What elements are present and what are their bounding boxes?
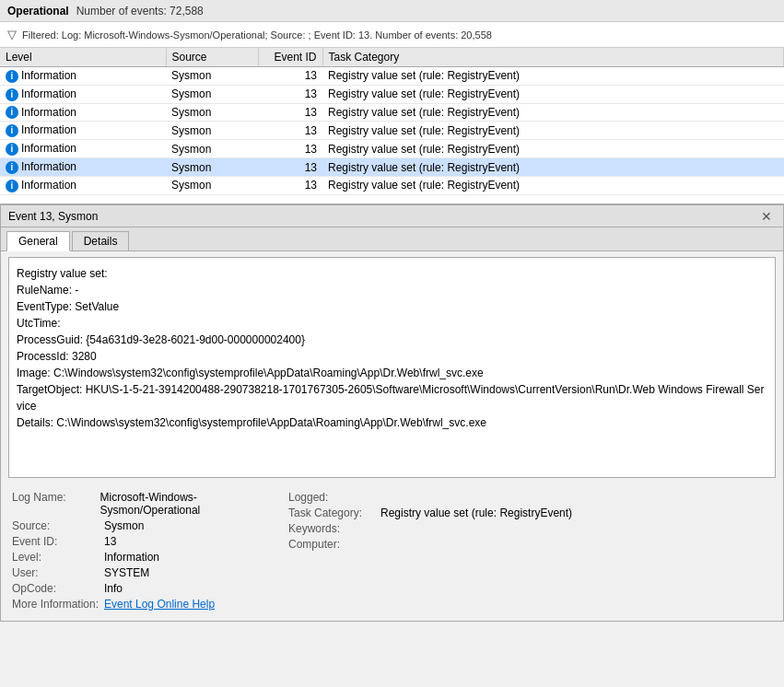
detail-title: Event 13, Sysmon <box>8 210 98 223</box>
eventid-value: 13 <box>104 535 116 548</box>
table-row[interactable]: iInformationSysmon13Registry value set (… <box>0 158 784 177</box>
info-icon: i <box>6 70 18 83</box>
detail-panel: Event 13, Sysmon ✕ General Details Regis… <box>0 204 784 622</box>
cell-source: Sysmon <box>166 176 258 194</box>
taskcategory-value: Registry value set (rule: RegistryEvent) <box>380 507 572 519</box>
general-content-box: Registry value set: RuleName: - EventTyp… <box>8 257 776 478</box>
filter-text: Filtered: Log: Microsoft-Windows-Sysmon/… <box>22 29 492 41</box>
close-button[interactable]: ✕ <box>757 210 776 223</box>
title-bar: Operational Number of events: 72,588 <box>0 0 784 22</box>
meta-level-row: Level: Information <box>12 551 288 564</box>
opcode-label: OpCode: <box>12 582 104 595</box>
cell-level: iInformation <box>0 158 166 177</box>
logname-label: Log Name: <box>12 491 100 517</box>
cell-level: iInformation <box>0 103 166 122</box>
cell-task: Registry value set (rule: RegistryEvent) <box>322 122 784 140</box>
cell-level: iInformation <box>0 176 166 194</box>
filter-bar: ▽ Filtered: Log: Microsoft-Windows-Sysmo… <box>0 22 784 48</box>
opcode-value: Info <box>104 582 123 595</box>
detail-title-bar: Event 13, Sysmon ✕ <box>1 205 783 227</box>
col-source-header[interactable]: Source <box>166 48 258 67</box>
meta-logname-row: Log Name: Microsoft-Windows-Sysmon/Opera… <box>12 491 288 517</box>
meta-left: Log Name: Microsoft-Windows-Sysmon/Opera… <box>12 491 288 613</box>
meta-taskcategory-row: Task Category: Registry value set (rule:… <box>288 507 772 519</box>
cell-source: Sysmon <box>166 103 258 122</box>
events-table: Level Source Event ID Task Category iInf… <box>0 48 784 195</box>
col-eventid-header[interactable]: Event ID <box>258 48 322 67</box>
col-task-header[interactable]: Task Category <box>322 48 784 67</box>
meta-keywords-row: Keywords: <box>288 522 772 535</box>
cell-source: Sysmon <box>166 122 258 140</box>
detail-tabs: General Details <box>1 227 783 251</box>
info-icon: i <box>6 88 18 101</box>
event-log-online-help-link[interactable]: Event Log Online Help <box>104 598 215 611</box>
cell-source: Sysmon <box>166 85 258 103</box>
table-row[interactable]: iInformationSysmon13Registry value set (… <box>0 122 784 140</box>
info-icon: i <box>6 106 18 119</box>
cell-source: Sysmon <box>166 67 258 86</box>
user-value: SYSTEM <box>104 566 149 579</box>
keywords-label: Keywords: <box>288 522 380 535</box>
table-row[interactable]: iInformationSysmon13Registry value set (… <box>0 176 784 194</box>
cell-source: Sysmon <box>166 140 258 158</box>
table-row[interactable]: iInformationSysmon13Registry value set (… <box>0 67 784 86</box>
table-row[interactable]: iInformationSysmon13Registry value set (… <box>0 103 784 122</box>
level-value: Information <box>104 551 159 564</box>
source-label: Source: <box>12 519 104 532</box>
logged-label: Logged: <box>288 491 380 504</box>
cell-eventid: 13 <box>258 85 322 103</box>
tab-details[interactable]: Details <box>72 231 130 250</box>
cell-level: iInformation <box>0 67 166 86</box>
meta-moreinfo-row: More Information: Event Log Online Help <box>12 598 288 611</box>
logname-value: Microsoft-Windows-Sysmon/Operational <box>100 491 288 517</box>
info-icon: i <box>6 124 18 137</box>
source-value: Sysmon <box>104 519 144 532</box>
level-label: Level: <box>12 551 104 564</box>
window-title: Operational <box>7 5 69 17</box>
meta-eventid-row: Event ID: 13 <box>12 535 288 548</box>
computer-label: Computer: <box>288 538 380 551</box>
info-icon: i <box>6 161 18 174</box>
meta-logged-row: Logged: <box>288 491 772 504</box>
cell-task: Registry value set (rule: RegistryEvent) <box>322 176 784 194</box>
cell-level: iInformation <box>0 140 166 158</box>
cell-task: Registry value set (rule: RegistryEvent) <box>322 85 784 103</box>
user-label: User: <box>12 566 104 579</box>
cell-eventid: 13 <box>258 140 322 158</box>
taskcategory-label: Task Category: <box>288 507 380 519</box>
meta-section: Log Name: Microsoft-Windows-Sysmon/Opera… <box>12 491 772 613</box>
cell-level: iInformation <box>0 122 166 140</box>
cell-eventid: 13 <box>258 122 322 140</box>
cell-task: Registry value set (rule: RegistryEvent) <box>322 67 784 86</box>
cell-eventid: 13 <box>258 67 322 86</box>
moreinfo-label: More Information: <box>12 598 104 611</box>
table-row[interactable]: iInformationSysmon13Registry value set (… <box>0 140 784 158</box>
meta-user-row: User: SYSTEM <box>12 566 288 579</box>
cell-level: iInformation <box>0 85 166 103</box>
table-row[interactable]: iInformationSysmon13Registry value set (… <box>0 85 784 103</box>
cell-eventid: 13 <box>258 103 322 122</box>
cell-eventid: 13 <box>258 176 322 194</box>
meta-computer-row: Computer: <box>288 538 772 551</box>
col-level-header[interactable]: Level <box>0 48 166 67</box>
cell-task: Registry value set (rule: RegistryEvent) <box>322 140 784 158</box>
events-count: Number of events: 72,588 <box>76 5 204 17</box>
table-header-row: Level Source Event ID Task Category <box>0 48 784 67</box>
info-icon: i <box>6 180 18 192</box>
filter-icon: ▽ <box>7 28 17 41</box>
cell-task: Registry value set (rule: RegistryEvent) <box>322 103 784 122</box>
meta-right: Logged: Task Category: Registry value se… <box>288 491 772 613</box>
cell-eventid: 13 <box>258 158 322 177</box>
general-text: Registry value set: RuleName: - EventTyp… <box>17 265 767 431</box>
events-table-container[interactable]: Level Source Event ID Task Category iInf… <box>0 48 784 204</box>
eventid-label: Event ID: <box>12 535 104 548</box>
info-icon: i <box>6 143 18 156</box>
cell-task: Registry value set (rule: RegistryEvent) <box>322 158 784 177</box>
meta-source-row: Source: Sysmon <box>12 519 288 532</box>
metadata-section: Log Name: Microsoft-Windows-Sysmon/Opera… <box>1 483 783 621</box>
cell-source: Sysmon <box>166 158 258 177</box>
tab-general[interactable]: General <box>6 231 70 251</box>
meta-opcode-row: OpCode: Info <box>12 582 288 595</box>
